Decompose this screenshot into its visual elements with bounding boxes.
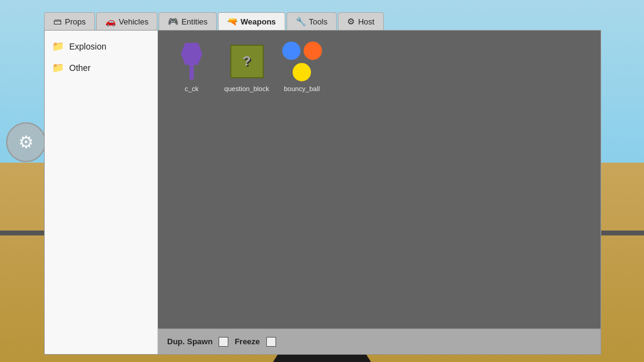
item-ck-label: c_ck [185,85,199,92]
list-item[interactable]: bouncy_ball [277,40,326,319]
freeze-label: Freeze [234,337,260,346]
entities-icon: 🎮 [168,17,178,26]
tab-vehicles[interactable]: 🚗 Vehicles [96,12,157,30]
ball-orange [304,42,322,60]
ui-panel: 🗃 Props 🚗 Vehicles 🎮 Entities 🔫 Weapons … [44,12,601,355]
props-icon: 🗃 [53,17,62,26]
sidebar-item-other-label: Other [69,63,91,73]
ball-blue [282,42,301,60]
dup-spawn-checkbox[interactable] [219,337,228,347]
folder-other-icon: 📁 [52,62,64,73]
tab-weapons-label: Weapons [241,17,276,26]
list-item[interactable]: question_block [222,40,271,319]
list-item[interactable]: c_ck [167,40,216,319]
wrench-circle[interactable]: ⚙ [6,122,46,162]
vehicles-icon: 🚗 [105,17,116,26]
sidebar-item-explosion[interactable]: 📁 Explosion [45,35,157,57]
tab-entities-label: Entities [181,17,208,26]
tab-vehicles-label: Vehicles [119,17,148,26]
host-icon: ⚙ [347,17,355,26]
tab-props[interactable]: 🗃 Props [44,12,95,30]
tab-tools-label: Tools [309,17,328,26]
tab-weapons[interactable]: 🔫 Weapons [218,12,285,30]
item-balls-label: bouncy_ball [284,85,320,92]
main-content: 📁 Explosion 📁 Other c_ck [44,30,601,355]
dup-spawn-label: Dup. Spawn [167,337,212,346]
sidebar-item-other[interactable]: 📁 Other [45,57,157,78]
folder-explosion-icon: 📁 [52,40,64,52]
item-qblock-label: question_block [224,85,269,92]
sidebar: 📁 Explosion 📁 Other [45,31,158,354]
ball-yellow [293,63,311,81]
bottom-bar: Dup. Spawn Freeze [158,328,601,354]
tab-entities[interactable]: 🎮 Entities [159,12,217,30]
content-area: c_ck question_block [158,31,601,354]
item-ck-preview [170,40,213,83]
weapons-icon: 🔫 [227,17,238,26]
item-qblock-preview [225,40,268,83]
tab-tools[interactable]: 🔧 Tools [286,12,337,30]
balls-shape [282,42,322,81]
ck-shape [181,43,203,79]
tab-host[interactable]: ⚙ Host [338,12,384,30]
tabs-bar: 🗃 Props 🚗 Vehicles 🎮 Entities 🔫 Weapons … [44,12,601,30]
freeze-checkbox[interactable] [266,337,276,347]
items-grid: c_ck question_block [158,31,601,328]
tools-icon: 🔧 [296,17,306,26]
tab-host-label: Host [358,17,375,26]
item-balls-preview [280,40,323,83]
qblock-shape [230,45,264,78]
sidebar-item-explosion-label: Explosion [69,42,107,51]
tab-props-label: Props [65,17,86,26]
